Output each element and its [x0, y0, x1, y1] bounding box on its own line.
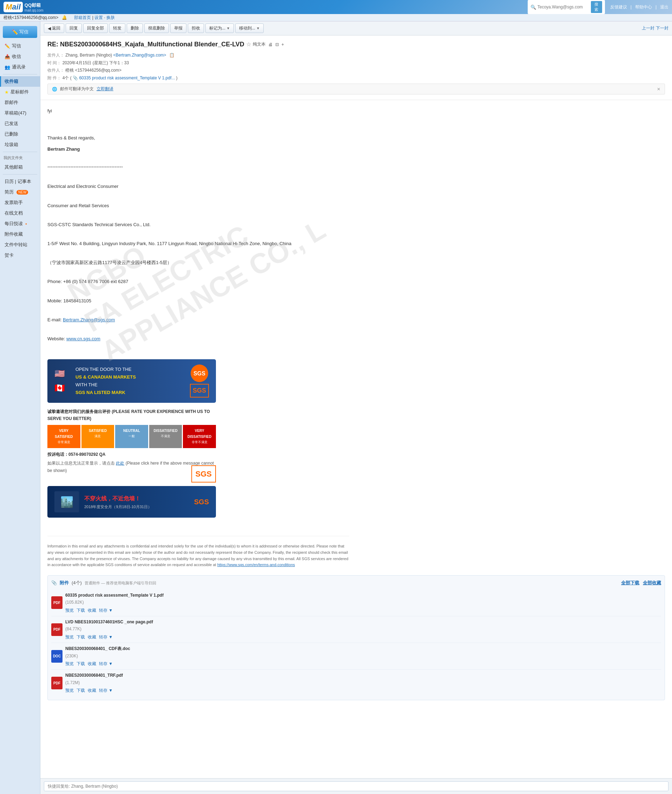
rating-very-dissatisfied-btn[interactable]: VERY DISSATISFIED 非常不满意	[183, 425, 216, 448]
inbox-home-link[interactable]: 部箱首页	[74, 15, 91, 20]
sidebar: ✏️ 写信 ✏️ 写信 📥 收信 👥 通讯录	[0, 21, 40, 794]
translate-link[interactable]: 立即翻译	[96, 86, 114, 92]
sidebar-item-sent[interactable]: 已发送	[0, 118, 40, 129]
add-contact-icon[interactable]: 📋	[169, 53, 174, 58]
body-signoff: Thanks & Best regards,	[47, 134, 665, 142]
mark-button[interactable]: 标记为... ▼	[205, 24, 234, 33]
subject-star[interactable]: ☆	[246, 41, 251, 48]
settings-link[interactable]: 设置	[94, 15, 103, 20]
forward-button[interactable]: 转发	[109, 24, 125, 33]
username-display: 橙桃<1579446256@qq.com>	[3, 15, 58, 21]
transfer-link-3[interactable]: 转存 ▼	[99, 660, 113, 667]
delete-button[interactable]: 删除	[127, 24, 143, 33]
preview-link-3[interactable]: 预览	[65, 660, 74, 667]
body-email-link[interactable]: Bertram.Zhang@sgs.com	[63, 317, 115, 322]
sidebar-item-deleted[interactable]: 已删除	[0, 129, 40, 139]
sidebar-item-drafts[interactable]: 草稿箱(47)	[0, 108, 40, 118]
search-button[interactable]: 搜索	[591, 1, 602, 13]
window-icon[interactable]: ⊡	[275, 42, 279, 47]
body-line3: SGS-CSTC Standards Technical Services Co…	[47, 221, 665, 229]
reject-button[interactable]: 拒收	[188, 24, 204, 33]
reply-button[interactable]: 回复	[66, 24, 82, 33]
sidebar-item-reading[interactable]: 每日悦读 ●	[0, 218, 40, 229]
transfer-link-2[interactable]: 转存 ▼	[99, 634, 113, 640]
text-controls: 纯文本 🖨 ⊡ +	[253, 42, 284, 47]
from-email-link[interactable]: <Bertram.Zhang@sgs.com>	[113, 53, 166, 58]
download-link-1[interactable]: 下载	[77, 607, 85, 614]
search-bar: 🔍 搜索	[528, 0, 605, 14]
sidebar-item-receive[interactable]: 📥 收信	[0, 51, 40, 62]
rating-satisfied-btn[interactable]: SATISFIED 满意	[82, 425, 114, 448]
sidebar-item-starred[interactable]: ★ 星标邮件	[0, 87, 40, 97]
sidebar-item-card[interactable]: 贺卡	[0, 250, 40, 261]
sidebar-item-contacts[interactable]: 👥 通讯录	[0, 62, 40, 72]
folders-section: 收件箱 ★ 星标邮件 群邮件 草稿箱(47) 已发送 已删除	[0, 76, 40, 150]
download-link-2[interactable]: 下载	[77, 634, 85, 640]
sidebar-item-calendar[interactable]: 日历 | 记事本	[0, 176, 40, 187]
sidebar-item-group[interactable]: 群邮件	[0, 97, 40, 108]
rating-very-satisfied-btn[interactable]: VERY SATISFIED 非常满意	[47, 425, 80, 448]
sidebar-item-resume[interactable]: 简历 NEW	[0, 187, 40, 197]
help-link[interactable]: 帮助中心	[635, 4, 652, 10]
fire-banner: 🏙️ 不穿火线，不近危墙！ 2018年度安全月（9月18日-10月31日） SG…	[47, 486, 216, 518]
body-website-link[interactable]: www.cn.sgs.com	[66, 336, 101, 341]
rating-neutral-btn[interactable]: NEUTRAL 一般	[115, 425, 148, 448]
sidebar-item-docs[interactable]: 在线文档	[0, 208, 40, 218]
sidebar-divider-1	[3, 74, 37, 74]
save-all-link[interactable]: 全部收藏	[643, 579, 661, 587]
sidebar-item-other[interactable]: 其他邮箱	[0, 162, 40, 173]
feedback-link[interactable]: 反馈建议	[610, 4, 627, 10]
move-button[interactable]: 移动到... ▼	[235, 24, 264, 33]
attach-preview-link[interactable]: 60335 product risk assessment_Template V…	[79, 75, 175, 80]
download-all-link[interactable]: 全部下载	[621, 579, 639, 587]
save-link-3[interactable]: 收藏	[88, 660, 96, 667]
back-button[interactable]: ◀ 返回	[44, 24, 64, 33]
preview-link-4[interactable]: 预览	[65, 687, 74, 694]
expand-icon[interactable]: +	[282, 42, 284, 47]
attachment-item-2: PDF LVD NBES191001374601HSC _one page.pd…	[51, 616, 661, 643]
time-value: 2020年4月15日 (星期三) 下午1：33	[62, 61, 129, 65]
sidebar-item-inbox[interactable]: 收件箱	[0, 76, 40, 87]
sidebar-item-invoice[interactable]: 发票助手	[0, 197, 40, 208]
permanent-delete-button[interactable]: 彻底删除	[144, 24, 169, 33]
sidebar-item-spam[interactable]: 垃圾箱	[0, 139, 40, 150]
report-button[interactable]: 举报	[170, 24, 186, 33]
rating-dissatisfied-btn[interactable]: DISSATISFIED 不满意	[149, 425, 182, 448]
app-container: M ail QQ邮箱 mail.qq.com 🔍 搜索 反馈建议 | 帮助中心 …	[0, 0, 672, 794]
att-actions-4: 预览 下载 收藏 转存 ▼	[65, 687, 661, 694]
mark-arrow: ▼	[226, 26, 230, 30]
reply-all-button[interactable]: 回复全部	[83, 24, 108, 33]
compose-area: ✏️ 写信	[3, 26, 37, 38]
preview-link-1[interactable]: 预览	[65, 607, 74, 614]
terms-link[interactable]: https://www.sgs.com/en/terms-and-conditi…	[217, 563, 295, 567]
sidebar-item-transfer[interactable]: 文件中转站	[0, 240, 40, 250]
save-link-4[interactable]: 收藏	[88, 687, 96, 694]
top-nav-section: ✏️ 写信 📥 收信 👥 通讯录	[0, 41, 40, 72]
body-phone: Phone: +86 (0) 574 8776 7006 ext 6287	[47, 278, 665, 285]
to-line: 收件人： 橙桃 <1579446256@qq.com>	[47, 67, 665, 74]
translate-close-button[interactable]: ✕	[657, 87, 661, 92]
transfer-link-4[interactable]: 转存 ▼	[99, 687, 113, 694]
sidebar-item-attachments[interactable]: 附件收藏	[0, 229, 40, 240]
quick-reply-input[interactable]	[44, 781, 669, 791]
sidebar-item-write[interactable]: ✏️ 写信	[0, 41, 40, 51]
tools-section: 日历 | 记事本 简历 NEW 发票助手 在线文档 每日悦读 ● 附件收藏	[0, 176, 40, 261]
theme-link[interactable]: 换肤	[106, 15, 115, 20]
print-icon[interactable]: 🖨	[268, 42, 272, 47]
search-input[interactable]	[538, 5, 591, 10]
plain-text-link[interactable]: 纯文本	[253, 42, 266, 47]
compose-button[interactable]: ✏️ 写信	[3, 26, 37, 38]
prev-email-link[interactable]: 上一封	[642, 25, 654, 31]
transfer-link-1[interactable]: 转存 ▼	[99, 607, 113, 614]
body-name: Bertram Zhang	[47, 146, 80, 152]
fire-banner-text: 不穿火线，不近危墙！ 2018年度安全月（9月18日-10月31日）	[84, 494, 152, 510]
preview-link-2[interactable]: 预览	[65, 634, 74, 640]
logout-link[interactable]: 退出	[660, 4, 669, 10]
show-link[interactable]: 此处	[116, 461, 124, 466]
save-link-1[interactable]: 收藏	[88, 607, 96, 614]
download-link-4[interactable]: 下载	[77, 687, 85, 694]
cloud-hint: 普通附件 — 推荐使用电脑客户端引导归回	[85, 580, 156, 586]
email-toolbar: ◀ 返回 回复 回复全部 转发 删除 彻底删除	[40, 21, 672, 35]
save-link-2[interactable]: 收藏	[88, 634, 96, 640]
download-link-3[interactable]: 下载	[77, 660, 85, 667]
